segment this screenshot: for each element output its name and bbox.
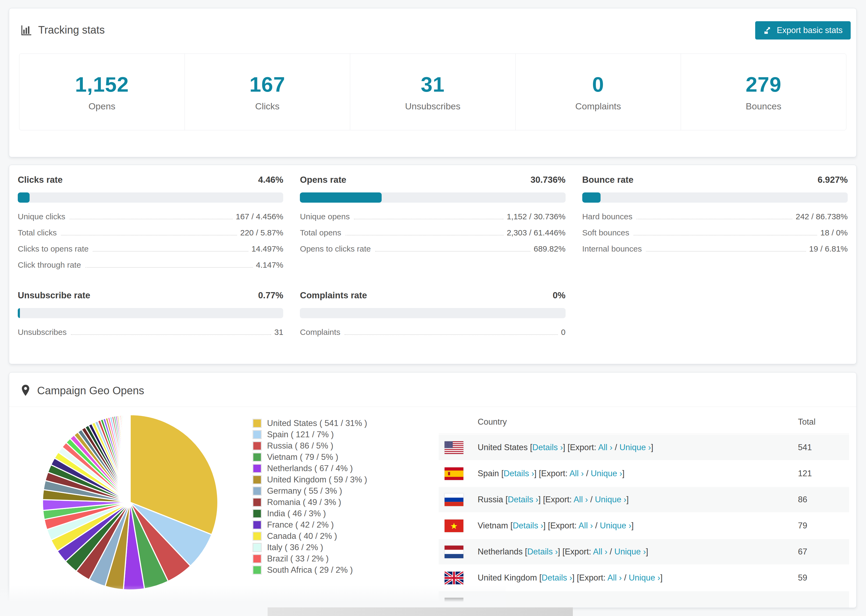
details-link[interactable]: Details › (542, 573, 572, 582)
details-link[interactable]: Details › (508, 495, 538, 504)
legend-item-brazil: Brazil ( 33 / 2% ) (252, 553, 367, 564)
export-basic-stats-button[interactable]: Export basic stats (755, 21, 851, 39)
table-row (439, 591, 849, 608)
country-name: Russia (478, 495, 505, 504)
summary-label: Complaints (575, 101, 621, 112)
rate-row: Unique clicks167 / 4.456% (18, 209, 283, 225)
summary-strip: 1,152Opens167Clicks31Unsubscribes0Compla… (19, 53, 846, 130)
summary-label: Unsubscribes (405, 101, 460, 112)
progress-fill (582, 192, 601, 203)
rate-row-label: Unique clicks (18, 212, 65, 221)
rate-panel-opens-rate: Opens rate30.736%Unique opens1,152 / 30.… (300, 175, 565, 273)
rates-grid: Clicks rate4.46%Unique clicks167 / 4.456… (18, 175, 848, 340)
export-all-link[interactable]: All › (578, 521, 593, 530)
summary-box-clicks: 167Clicks (184, 54, 350, 130)
country-cell: Netherlands [Details ›] [Export: All › /… (478, 547, 798, 556)
export-unique-link[interactable]: Unique › (629, 573, 660, 582)
export-unique-link[interactable]: Unique › (595, 495, 627, 504)
progress-bar (18, 192, 283, 203)
export-unique-link[interactable]: Unique › (590, 469, 622, 478)
progress-bar (582, 192, 848, 203)
dotted-leader (85, 267, 252, 268)
rate-row-value: 689.82% (534, 244, 565, 253)
summary-value: 1,152 (75, 72, 129, 97)
geo-table-header: Country Total (439, 410, 849, 434)
legend-swatch (252, 566, 262, 575)
details-link[interactable]: Details › (527, 547, 558, 556)
rate-panel-bounce-rate: Bounce rate6.927%Hard bounces242 / 86.73… (582, 175, 848, 273)
table-row-netherlands: Netherlands [Details ›] [Export: All › /… (439, 539, 849, 564)
rate-row-label: Clicks to opens rate (18, 244, 88, 253)
legend-label: Italy ( 36 / 2% ) (267, 543, 323, 552)
rate-value: 0.77% (258, 290, 283, 300)
summary-box-opens: 1,152Opens (19, 54, 184, 130)
rate-row-value: 19 / 6.81% (809, 244, 848, 253)
export-unique-link[interactable]: Unique › (619, 443, 651, 452)
export-all-link[interactable]: All › (593, 547, 607, 556)
rates-card: Clicks rate4.46%Unique clicks167 / 4.456… (9, 165, 857, 364)
legend-item-romania: Romania ( 49 / 3% ) (252, 497, 367, 508)
legend-swatch (252, 498, 262, 507)
us-flag-icon (444, 441, 463, 454)
rate-panel-unsubscribe-rate: Unsubscribe rate0.77%Unsubscribes31 (18, 290, 283, 340)
total-cell: 67 (798, 547, 849, 556)
legend-swatch (252, 554, 262, 563)
export-all-link[interactable]: All › (607, 573, 622, 582)
export-all-link[interactable]: All › (598, 443, 612, 452)
details-link[interactable]: Details › (504, 469, 534, 478)
table-row-vietnam: Vietnam [Details ›] [Export: All › / Uni… (439, 513, 849, 538)
legend-swatch (252, 453, 262, 462)
export-all-link[interactable]: All › (574, 495, 588, 504)
country-name: Spain (478, 469, 501, 478)
total-cell: 59 (798, 573, 849, 583)
country-cell: Russia [Details ›] [Export: All › / Uniq… (478, 495, 798, 504)
rate-row-label: Total clicks (18, 228, 57, 237)
rate-row: Hard bounces242 / 86.738% (582, 209, 848, 225)
geo-pie-legend: United States ( 541 / 31% )Spain ( 121 /… (252, 418, 367, 576)
map-pin-icon (20, 384, 31, 397)
rate-rows: Unsubscribes31 (18, 324, 283, 340)
tracking-stats-card: Tracking stats Export basic stats 1,152O… (9, 8, 857, 157)
export-all-link[interactable]: All › (569, 469, 584, 478)
rate-row: Complaints0 (300, 324, 565, 340)
rate-title-row: Complaints rate0% (300, 290, 565, 300)
export-button-label: Export basic stats (777, 25, 842, 35)
rate-title-row: Unsubscribe rate0.77% (18, 290, 283, 300)
geo-header-divider (9, 407, 856, 407)
legend-label: South Africa ( 29 / 2% ) (267, 565, 353, 575)
legend-item-south-africa: South Africa ( 29 / 2% ) (252, 564, 367, 576)
export-unique-link[interactable]: Unique › (614, 547, 646, 556)
legend-label: Romania ( 49 / 3% ) (267, 498, 341, 507)
dotted-leader (346, 235, 504, 236)
progress-bar (300, 308, 565, 318)
legend-item-united-states: United States ( 541 / 31% ) (252, 418, 367, 429)
geo-title: Campaign Geo Opens (37, 385, 144, 397)
rate-row-value: 242 / 86.738% (795, 212, 848, 221)
pie-slice-other[interactable] (130, 415, 130, 502)
summary-value: 167 (249, 72, 285, 97)
legend-item-italy: Italy ( 36 / 2% ) (252, 542, 367, 553)
dotted-leader (354, 219, 504, 219)
rate-value: 4.46% (258, 175, 283, 185)
horizontal-scrollbar[interactable] (268, 607, 573, 616)
legend-label: Germany ( 55 / 3% ) (267, 486, 342, 496)
table-row-russia: Russia [Details ›] [Export: All › / Uniq… (439, 487, 849, 512)
rate-row-label: Internal bounces (582, 244, 642, 253)
details-link[interactable]: Details › (513, 521, 543, 530)
rate-row-label: Unsubscribes (18, 328, 67, 337)
rate-row-value: 220 / 5.87% (240, 228, 283, 237)
details-link[interactable]: Details › (532, 443, 563, 452)
legend-label: Russia ( 86 / 5% ) (267, 441, 333, 451)
rate-row-value: 31 (274, 328, 283, 337)
legend-item-france: France ( 42 / 2% ) (252, 519, 367, 531)
legend-swatch (252, 486, 262, 496)
dotted-leader (71, 334, 271, 335)
tracking-stats-header: Tracking stats (20, 24, 105, 36)
total-column-header: Total (798, 417, 849, 427)
progress-bar (18, 308, 283, 318)
total-cell: 86 (798, 495, 849, 504)
export-unique-link[interactable]: Unique › (600, 521, 631, 530)
rate-row-value: 2,303 / 61.446% (507, 228, 565, 237)
dotted-leader (634, 235, 817, 236)
legend-item-india: India ( 46 / 3% ) (252, 508, 367, 519)
